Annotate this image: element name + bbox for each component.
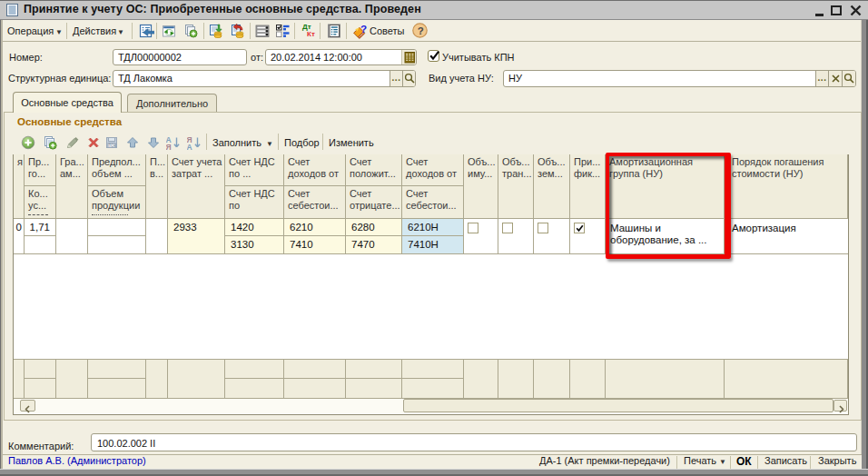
svg-text:А: А [187,143,192,151]
svg-text:?: ? [360,24,367,35]
svg-text:ТОК: ТОК [109,144,117,148]
svg-text:?: ? [418,25,424,36]
svg-text:Я: Я [166,143,172,151]
